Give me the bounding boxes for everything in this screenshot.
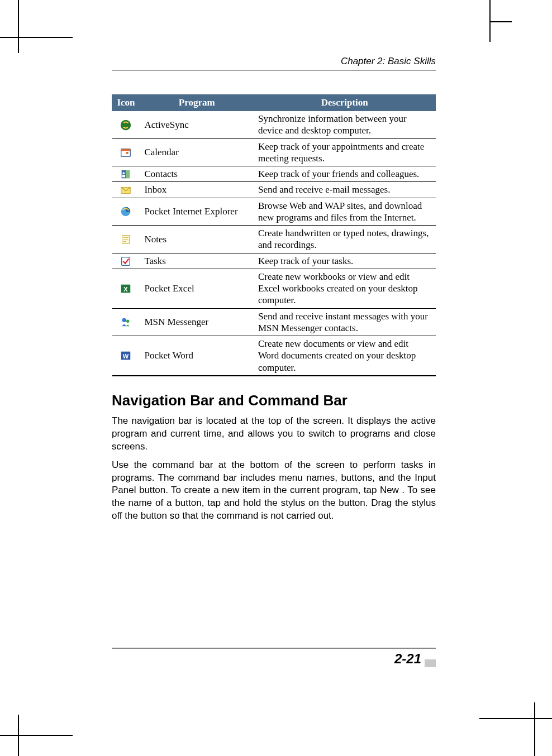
program-name: ActiveSync — [140, 111, 253, 139]
tasks-icon — [120, 255, 132, 267]
table-row: ActiveSync Synchronize information betwe… — [112, 111, 436, 139]
page-number: 2-21 — [394, 651, 421, 666]
program-name: Inbox — [140, 182, 253, 198]
program-desc: Keep track of your tasks. — [254, 253, 436, 269]
inbox-icon — [120, 184, 132, 196]
program-desc: Synchronize information between your dev… — [254, 111, 436, 139]
program-desc: Create new documents or view and edit Wo… — [254, 336, 436, 376]
crop-mark — [534, 702, 535, 756]
svg-point-8 — [123, 173, 125, 175]
svg-text:X: X — [124, 286, 129, 293]
program-name: Pocket Internet Explorer — [140, 198, 253, 226]
icon-cell: X — [112, 269, 140, 308]
svg-rect-9 — [122, 175, 126, 178]
program-name: Notes — [140, 226, 253, 253]
crop-mark — [18, 0, 19, 53]
svg-rect-4 — [121, 149, 131, 151]
program-name: Contacts — [140, 166, 253, 182]
programs-table: Icon Program Description ActiveSync Syn — [112, 94, 436, 376]
calendar-icon — [120, 146, 132, 159]
svg-rect-16 — [122, 257, 130, 265]
page: Chapter 2: Basic Skills Icon Program Des… — [0, 0, 552, 756]
svg-point-0 — [121, 120, 131, 130]
body-paragraph-1: The navigation bar is located at the top… — [112, 415, 436, 453]
programs-table-wrap: Icon Program Description ActiveSync Syn — [112, 94, 436, 376]
program-desc: Keep track of your friends and colleague… — [254, 166, 436, 182]
crop-mark — [489, 0, 491, 42]
program-name: Pocket Word — [140, 336, 253, 376]
table-row: Calendar Keep track of your appointments… — [112, 138, 436, 166]
svg-point-20 — [126, 320, 130, 323]
page-tab-marker — [425, 659, 436, 667]
icon-cell — [112, 111, 140, 139]
svg-text:W: W — [123, 353, 129, 360]
icon-cell — [112, 308, 140, 336]
th-icon: Icon — [112, 95, 140, 111]
th-description: Description — [254, 95, 436, 111]
crop-mark — [489, 21, 512, 22]
notes-icon — [120, 233, 132, 246]
icon-cell: W — [112, 336, 140, 376]
icon-cell — [112, 182, 140, 198]
icon-cell — [112, 226, 140, 253]
pie-icon — [120, 205, 132, 218]
svg-rect-7 — [126, 170, 130, 179]
content-area: Chapter 2: Basic Skills Icon Program Des… — [112, 56, 436, 528]
program-name: Calendar — [140, 138, 253, 166]
page-number-bar: 2-21 — [112, 648, 436, 667]
svg-rect-5 — [126, 152, 129, 154]
word-icon: W — [120, 350, 132, 362]
icon-cell — [112, 253, 140, 269]
table-row: MSN Messenger Send and receive instant m… — [112, 308, 436, 336]
table-row: Contacts Keep track of your friends and … — [112, 166, 436, 182]
program-name: Tasks — [140, 253, 253, 269]
table-row: Pocket Internet Explorer Browse Web and … — [112, 198, 436, 226]
program-desc: Create new workbooks or view and edit Ex… — [254, 269, 436, 308]
program-name: MSN Messenger — [140, 308, 253, 336]
crop-mark — [18, 715, 19, 756]
table-row: W Pocket Word Create new documents or vi… — [112, 336, 436, 376]
msn-icon — [120, 316, 132, 328]
crop-mark — [0, 735, 73, 736]
table-row: Inbox Send and receive e-mail messages. — [112, 182, 436, 198]
program-desc: Keep track of your appointments and crea… — [254, 138, 436, 166]
svg-point-19 — [122, 318, 126, 322]
program-desc: Send and receive e-mail messages. — [254, 182, 436, 198]
program-desc: Send and receive instant messages with y… — [254, 308, 436, 336]
icon-cell — [112, 166, 140, 182]
crop-mark — [479, 718, 552, 719]
program-desc: Browse Web and WAP sites, and download n… — [254, 198, 436, 226]
th-program: Program — [140, 95, 253, 111]
icon-cell — [112, 138, 140, 166]
body-paragraph-2: Use the command bar at the bottom of the… — [112, 459, 436, 523]
table-row: Tasks Keep track of your tasks. — [112, 253, 436, 269]
chapter-header: Chapter 2: Basic Skills — [112, 56, 436, 71]
section-heading: Navigation Bar and Command Bar — [112, 392, 436, 409]
program-desc: Create handwritten or typed notes, drawi… — [254, 226, 436, 253]
crop-mark — [0, 37, 73, 38]
excel-icon: X — [120, 283, 132, 295]
activesync-icon — [120, 119, 132, 131]
icon-cell — [112, 198, 140, 226]
table-row: Notes Create handwritten or typed notes,… — [112, 226, 436, 253]
table-row: X Pocket Excel Create new workbooks or v… — [112, 269, 436, 308]
program-name: Pocket Excel — [140, 269, 253, 308]
contacts-icon — [120, 168, 132, 180]
